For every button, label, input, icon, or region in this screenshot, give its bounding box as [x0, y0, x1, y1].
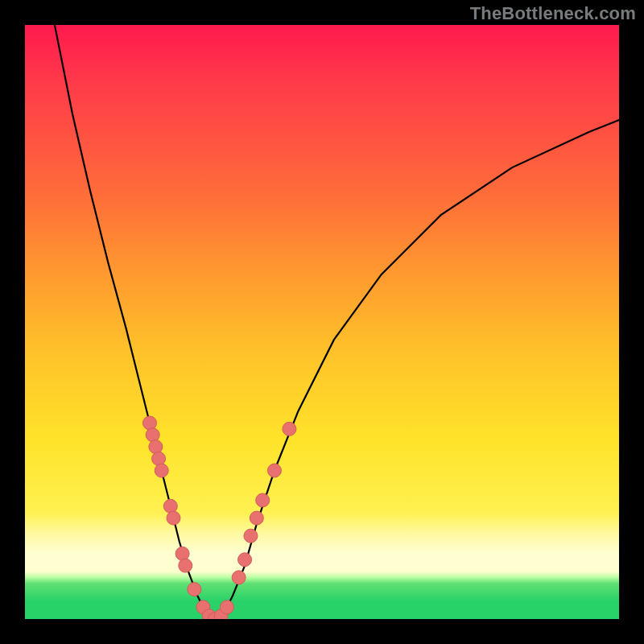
data-points-group: [142, 416, 295, 619]
cluster-dot: [238, 553, 252, 567]
cluster-dot: [146, 428, 159, 442]
cluster-dot: [232, 571, 246, 584]
cluster-dot: [250, 511, 263, 525]
cluster-dot: [220, 601, 233, 614]
cluster-dot: [179, 559, 192, 572]
cluster-dot: [142, 416, 156, 430]
chart-container: TheBottleneck.com: [0, 0, 644, 644]
bottleneck-curve: [55, 25, 619, 619]
cluster-dot: [167, 511, 180, 525]
cluster-dot: [152, 452, 166, 465]
cluster-dot: [267, 464, 281, 477]
cluster-dot: [175, 547, 189, 560]
cluster-dot: [163, 499, 177, 513]
cluster-dot: [188, 583, 201, 597]
cluster-dot: [244, 529, 258, 543]
cluster-dot: [155, 464, 168, 477]
cluster-dot: [256, 493, 270, 507]
chart-svg: [25, 25, 619, 619]
cluster-dot: [149, 440, 163, 453]
plot-area: [25, 25, 619, 619]
watermark-text: TheBottleneck.com: [470, 3, 636, 24]
cluster-dot: [283, 422, 296, 436]
